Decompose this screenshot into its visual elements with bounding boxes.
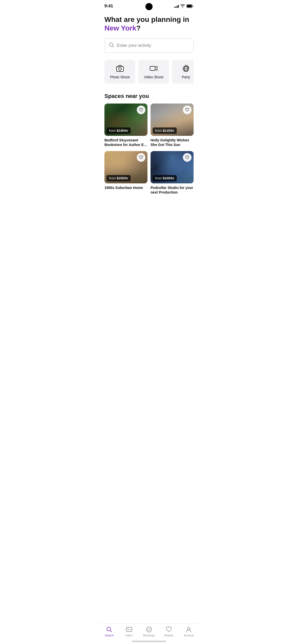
svg-point-26 xyxy=(146,627,152,632)
nav-label-boards: Boards xyxy=(165,634,173,637)
category-chip-party[interactable]: Party xyxy=(172,60,194,84)
space-image-wrap-bedford: from $145/hr xyxy=(104,104,147,136)
space-name-holly: Holly Golightly Wishes She Got This Sun xyxy=(151,138,194,147)
price-badge-bedford: from $145/hr xyxy=(106,127,131,134)
disco-ball-icon xyxy=(182,64,190,72)
spaces-section-title: Spaces near you xyxy=(104,93,194,99)
signal-icon xyxy=(174,4,179,8)
space-card-podcellar[interactable]: from $100/hr Podcellar Studio for your n… xyxy=(151,151,194,195)
category-chip-photo-shoot[interactable]: Photo Shoot xyxy=(104,60,135,84)
heart-icon xyxy=(185,155,189,159)
svg-rect-3 xyxy=(116,66,124,71)
heading-line2: New York? xyxy=(104,24,194,33)
space-name-suburban: 1950s Suburban Home xyxy=(104,185,147,190)
heading-line1: What are you planning in xyxy=(104,15,194,24)
space-card-holly[interactable]: from $115/hr Holly Golightly Wishes She … xyxy=(151,104,194,147)
nav-account-icon xyxy=(185,626,192,633)
space-image-wrap-suburban: from $150/hr xyxy=(104,151,147,183)
svg-point-13 xyxy=(188,66,189,67)
nav-label-account: Account xyxy=(184,634,194,637)
home-indicator xyxy=(132,641,166,642)
svg-point-22 xyxy=(107,627,111,631)
main-content: What are you planning in New York? Photo… xyxy=(99,10,199,220)
camera-icon xyxy=(116,64,124,72)
space-card-suburban[interactable]: from $150/hr 1950s Suburban Home xyxy=(104,151,147,195)
category-label-party: Party xyxy=(182,75,190,79)
space-name-podcellar: Podcellar Studio for your next Productio… xyxy=(151,185,194,195)
search-input[interactable] xyxy=(117,43,189,48)
category-chip-video-shoot[interactable]: Video Shoot xyxy=(138,60,169,84)
search-icon xyxy=(109,42,114,49)
svg-rect-1 xyxy=(187,5,192,7)
nav-label-bookings: Bookings xyxy=(143,634,155,637)
price-badge-holly: from $115/hr xyxy=(153,127,177,134)
heading-city: New York xyxy=(104,24,136,32)
heart-icon xyxy=(139,108,143,112)
status-bar: 9:41 xyxy=(99,0,199,10)
svg-point-24 xyxy=(130,630,130,630)
battery-icon xyxy=(186,4,194,8)
heart-button-holly[interactable] xyxy=(183,106,192,114)
space-image-wrap-holly: from $115/hr xyxy=(151,104,194,136)
nav-search-icon xyxy=(106,626,113,633)
svg-rect-5 xyxy=(117,67,118,68)
search-bar[interactable] xyxy=(104,38,194,53)
heart-icon xyxy=(139,155,143,159)
nav-inbox-icon xyxy=(126,626,132,633)
nav-boards-icon xyxy=(166,626,172,633)
status-time: 9:41 xyxy=(104,4,113,9)
heart-button-bedford[interactable] xyxy=(137,106,145,114)
nav-item-boards[interactable]: Boards xyxy=(161,626,177,637)
price-holly: $115/hr xyxy=(163,129,174,133)
space-image-wrap-podcellar: from $100/hr xyxy=(151,151,194,183)
wifi-icon xyxy=(180,4,185,8)
space-name-bedford: Bedford Stuyvesant Bookstore for Author … xyxy=(104,138,147,147)
nav-item-inbox[interactable]: Inbox xyxy=(121,626,137,637)
svg-point-15 xyxy=(187,66,188,66)
video-camera-icon xyxy=(150,64,158,72)
nav-item-search[interactable]: Search xyxy=(102,626,117,637)
heading-question-mark: ? xyxy=(136,24,141,32)
svg-rect-23 xyxy=(126,627,132,632)
status-icons xyxy=(174,4,194,8)
category-label-photo-shoot: Photo Shoot xyxy=(110,75,130,79)
price-bedford: $145/hr xyxy=(117,129,128,133)
spaces-grid: from $145/hr Bedford Stuyvesant Bookstor… xyxy=(104,104,194,195)
nav-bookings-icon xyxy=(146,626,152,633)
svg-rect-6 xyxy=(150,66,155,70)
nav-label-inbox: Inbox xyxy=(126,634,133,637)
nav-label-search: Search xyxy=(105,634,114,637)
categories-scroll: Photo Shoot Video Shoot Party xyxy=(104,60,194,85)
price-badge-suburban: from $150/hr xyxy=(106,175,131,181)
dynamic-island xyxy=(145,3,153,10)
category-label-video-shoot: Video Shoot xyxy=(144,75,163,79)
heading-section: What are you planning in New York? xyxy=(104,15,194,32)
price-podcellar: $100/hr xyxy=(163,176,174,180)
price-suburban: $150/hr xyxy=(117,176,128,180)
nav-item-bookings[interactable]: Bookings xyxy=(141,626,157,637)
heart-icon xyxy=(185,108,189,112)
space-card-bedford[interactable]: from $145/hr Bedford Stuyvesant Bookstor… xyxy=(104,104,147,147)
price-badge-podcellar: from $100/hr xyxy=(153,175,177,181)
nav-item-account[interactable]: Account xyxy=(181,626,196,637)
svg-point-25 xyxy=(131,630,131,630)
svg-point-14 xyxy=(188,67,189,68)
svg-point-4 xyxy=(118,68,121,70)
svg-point-27 xyxy=(187,627,190,630)
